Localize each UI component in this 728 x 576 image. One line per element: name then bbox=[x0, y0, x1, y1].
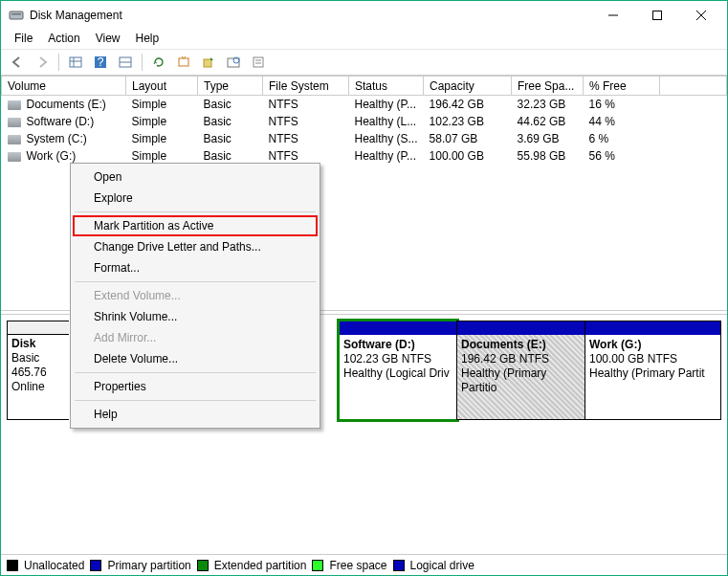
help-button[interactable]: ? bbox=[90, 52, 111, 73]
ctx-separator bbox=[75, 372, 316, 373]
svg-rect-0 bbox=[10, 11, 23, 19]
maximize-button[interactable] bbox=[635, 1, 679, 30]
view-button[interactable] bbox=[65, 52, 86, 73]
ctx-explore[interactable]: Explore bbox=[73, 188, 318, 209]
table-row[interactable]: Software (D:)SimpleBasicNTFSHealthy (L..… bbox=[2, 113, 727, 130]
context-menu: Open Explore Mark Partition as Active Ch… bbox=[70, 163, 320, 429]
table-row[interactable]: System (C:)SimpleBasicNTFSHealthy (S...5… bbox=[2, 130, 727, 147]
ctx-separator bbox=[75, 211, 316, 212]
window-title: Disk Management bbox=[30, 9, 591, 22]
table-row[interactable]: Documents (E:)SimpleBasicNTFSHealthy (P.… bbox=[2, 96, 727, 114]
partition-work[interactable]: Work (G:) 100.00 GB NTFS Healthy (Primar… bbox=[585, 321, 721, 420]
partition-stripe bbox=[457, 321, 585, 335]
layout-button[interactable] bbox=[115, 52, 136, 73]
ctx-help[interactable]: Help bbox=[73, 404, 318, 425]
swatch-logical bbox=[393, 560, 405, 571]
properties-icon[interactable] bbox=[248, 52, 269, 73]
ctx-format[interactable]: Format... bbox=[73, 257, 318, 278]
partition-stripe bbox=[585, 321, 720, 335]
action-icon-1[interactable] bbox=[198, 52, 219, 73]
col-pct[interactable]: % Free bbox=[584, 77, 660, 96]
menu-file[interactable]: File bbox=[7, 30, 40, 49]
svg-rect-13 bbox=[179, 58, 188, 66]
swatch-extended bbox=[197, 560, 209, 571]
titlebar: Disk Management bbox=[1, 1, 727, 30]
back-button[interactable] bbox=[7, 52, 28, 73]
svg-rect-1 bbox=[11, 13, 21, 15]
ctx-separator bbox=[75, 400, 316, 401]
ctx-properties[interactable]: Properties bbox=[73, 376, 318, 397]
menu-help[interactable]: Help bbox=[128, 30, 167, 49]
volume-icon bbox=[8, 118, 21, 127]
toolbar-divider bbox=[142, 54, 143, 71]
app-icon bbox=[9, 8, 24, 23]
column-header-row: Volume Layout Type File System Status Ca… bbox=[2, 77, 727, 96]
col-type[interactable]: Type bbox=[198, 77, 263, 96]
svg-text:?: ? bbox=[98, 55, 104, 69]
disk-title: Disk bbox=[11, 337, 35, 350]
ctx-separator bbox=[75, 281, 316, 282]
ctx-mark-active[interactable]: Mark Partition as Active bbox=[73, 215, 318, 236]
swatch-unallocated bbox=[7, 560, 18, 571]
col-status[interactable]: Status bbox=[349, 77, 424, 96]
settings-icon[interactable] bbox=[173, 52, 194, 73]
minimize-button[interactable] bbox=[591, 1, 635, 30]
svg-rect-14 bbox=[204, 59, 211, 67]
swatch-free bbox=[312, 560, 323, 571]
col-free[interactable]: Free Spa... bbox=[512, 77, 584, 96]
svg-rect-3 bbox=[653, 11, 662, 20]
ctx-delete[interactable]: Delete Volume... bbox=[73, 348, 318, 369]
col-extra[interactable] bbox=[660, 77, 727, 96]
col-layout[interactable]: Layout bbox=[126, 77, 198, 96]
refresh-button[interactable] bbox=[148, 52, 169, 73]
partition-documents[interactable]: Documents (E:) 196.42 GB NTFS Healthy (P… bbox=[456, 321, 585, 420]
col-fs[interactable]: File System bbox=[263, 77, 349, 96]
volume-icon bbox=[8, 100, 21, 110]
svg-rect-17 bbox=[254, 57, 263, 67]
col-capacity[interactable]: Capacity bbox=[424, 77, 512, 96]
volume-icon bbox=[8, 152, 21, 162]
col-volume[interactable]: Volume bbox=[2, 77, 126, 96]
partition-software[interactable]: Software (D:) 102.23 GB NTFS Healthy (Lo… bbox=[339, 321, 457, 420]
partition-stripe bbox=[340, 321, 456, 335]
menu-view[interactable]: View bbox=[88, 30, 128, 49]
menubar: File Action View Help bbox=[1, 30, 727, 49]
toolbar-divider bbox=[58, 54, 59, 71]
ctx-extend: Extend Volume... bbox=[73, 285, 318, 306]
menu-action[interactable]: Action bbox=[40, 30, 87, 49]
disk-info[interactable]: Disk Basic 465.76 Online bbox=[7, 321, 69, 420]
legend: Unallocated Primary partition Extended p… bbox=[1, 554, 727, 575]
action-icon-2[interactable] bbox=[223, 52, 244, 73]
toolbar: ? bbox=[1, 49, 727, 76]
ctx-mirror: Add Mirror... bbox=[73, 327, 318, 348]
ctx-open[interactable]: Open bbox=[73, 166, 318, 188]
forward-button[interactable] bbox=[32, 52, 53, 73]
volume-icon bbox=[8, 135, 21, 144]
svg-rect-6 bbox=[70, 57, 81, 67]
ctx-change-letter[interactable]: Change Drive Letter and Paths... bbox=[73, 236, 318, 257]
close-button[interactable] bbox=[679, 1, 723, 30]
ctx-shrink[interactable]: Shrink Volume... bbox=[73, 306, 318, 327]
swatch-primary bbox=[90, 560, 101, 571]
